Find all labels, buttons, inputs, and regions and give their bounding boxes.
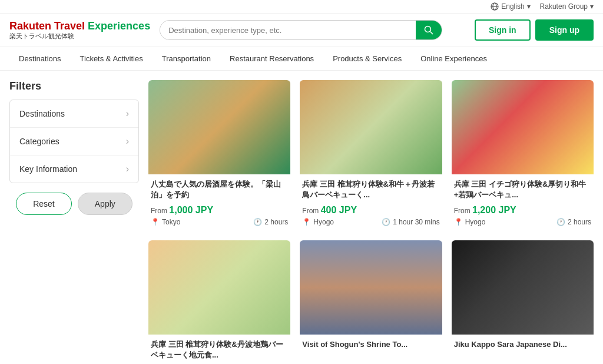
main-content: Filters Destinations › Categories › Key …: [0, 71, 603, 364]
auth-buttons: Sign in Sign up: [475, 19, 594, 41]
card-3-price-prefix: From: [454, 207, 471, 215]
filter-action-buttons: Reset Apply: [9, 193, 139, 215]
filter-panel: Destinations › Categories › Key Informat…: [9, 100, 139, 183]
filter-key-label: Key Information: [19, 164, 77, 174]
card-1-duration-text: 2 hours: [264, 218, 288, 226]
card-1-price-prefix: From: [151, 207, 167, 215]
header: Rakuten Travel Experiences 楽天トラベル観光体験 Si…: [0, 14, 603, 47]
card-3-body: 兵庫 三田 イチゴ狩り体験&厚切り和牛+若鶏バーベキュ... From 1,20…: [452, 174, 594, 231]
card-1-duration: 🕐 2 hours: [253, 218, 288, 226]
filter-destinations-label: Destinations: [19, 109, 65, 118]
language-selector[interactable]: English ▾: [491, 2, 530, 11]
card-1-price: From 1,000 JPY: [151, 205, 288, 216]
logo[interactable]: Rakuten Travel Experiences 楽天トラベル観光体験: [9, 21, 150, 39]
nav-item-online[interactable]: Online Experiences: [411, 47, 496, 70]
card-5[interactable]: Visit of Shogun's Shrine To... From 28,0…: [300, 240, 442, 364]
card-4-body: 兵庫 三田 椎茸狩り体験&丹波地鶏バーベキューく地元食... From 400 …: [148, 335, 290, 364]
nav-item-restaurant[interactable]: Restaurant Reservations: [220, 47, 323, 70]
group-chevron: ▾: [590, 2, 594, 11]
card-3-duration-text: 2 hours: [568, 218, 591, 226]
filter-destinations[interactable]: Destinations ›: [10, 100, 138, 128]
card-3-price-value: 1,200 JPY: [472, 205, 516, 215]
card-2-duration: 🕐 1 hour 30 mins: [382, 218, 439, 226]
svg-line-4: [430, 32, 433, 35]
nav-item-tickets[interactable]: Tickets & Activities: [71, 47, 153, 70]
card-2-price-prefix: From: [302, 207, 319, 215]
search-button[interactable]: [416, 21, 442, 39]
card-5-image: [300, 240, 442, 335]
card-4-image: [148, 240, 290, 335]
location-icon-3: 📍: [454, 218, 463, 226]
card-1-body: 八丈島で人気の居酒屋を体験。「梁山泊」を予約 From 1,000 JPY 📍 …: [148, 174, 290, 231]
card-2-title: 兵庫 三田 椎茸狩り体験&和牛＋丹波若鳥バーベキューく...: [302, 179, 439, 201]
signup-button[interactable]: Sign up: [535, 19, 594, 41]
filter-categories-label: Categories: [19, 137, 59, 146]
location-icon-2: 📍: [302, 218, 311, 226]
card-2-price: From 400 JPY: [302, 205, 439, 216]
card-1-image: [148, 80, 290, 174]
rakuten-group-selector[interactable]: Rakuten Group ▾: [540, 2, 594, 11]
destinations-chevron-icon: ›: [126, 108, 129, 119]
card-2-location: 📍 Hyogo: [302, 218, 334, 226]
card-6-image: [452, 240, 594, 335]
logo-experiences: Experiences: [88, 20, 150, 32]
card-3-location: 📍 Hyogo: [454, 218, 486, 226]
filter-key-information[interactable]: Key Information ›: [10, 155, 138, 183]
key-info-chevron-icon: ›: [126, 164, 129, 174]
nav-item-destinations[interactable]: Destinations: [9, 47, 71, 70]
card-2-image: [300, 80, 442, 174]
filters-title: Filters: [9, 80, 139, 92]
clock-icon-2: 🕐: [382, 218, 390, 226]
logo-brand: Rakuten Travel Experiences: [9, 21, 150, 32]
card-1[interactable]: 八丈島で人気の居酒屋を体験。「梁山泊」を予約 From 1,000 JPY 📍 …: [148, 80, 290, 231]
search-icon: [424, 25, 433, 35]
card-3-meta: 📍 Hyogo 🕐 2 hours: [454, 218, 591, 226]
card-3-duration: 🕐 2 hours: [556, 218, 591, 226]
card-2-duration-text: 1 hour 30 mins: [393, 218, 439, 226]
logo-rakuten: Rakuten Travel: [9, 20, 85, 32]
card-6-body: Jiku Kappo Sara Japanese Di... From 2,90…: [452, 335, 594, 364]
language-label: English: [501, 2, 524, 11]
categories-chevron-icon: ›: [126, 136, 129, 147]
nav-item-products[interactable]: Products & Services: [323, 47, 411, 70]
card-1-meta: 📍 Tokyo 🕐 2 hours: [151, 218, 288, 226]
search-input[interactable]: [160, 21, 416, 39]
card-2-meta: 📍 Hyogo 🕐 1 hour 30 mins: [302, 218, 439, 226]
apply-button[interactable]: Apply: [78, 193, 132, 215]
rakuten-group-label: Rakuten Group: [540, 2, 588, 11]
nav-item-transportation[interactable]: Transportation: [153, 47, 220, 70]
card-6-title: Jiku Kappo Sara Japanese Di...: [454, 339, 591, 362]
card-5-title: Visit of Shogun's Shrine To...: [302, 339, 439, 362]
card-1-location: 📍 Tokyo: [151, 218, 180, 226]
reset-button[interactable]: Reset: [16, 193, 72, 215]
card-3[interactable]: 兵庫 三田 イチゴ狩り体験&厚切り和牛+若鶏バーベキュ... From 1,20…: [452, 80, 594, 231]
filters-sidebar: Filters Destinations › Categories › Key …: [9, 80, 139, 364]
card-1-location-text: Tokyo: [162, 218, 180, 226]
card-3-title: 兵庫 三田 イチゴ狩り体験&厚切り和牛+若鶏バーベキュ...: [454, 179, 591, 201]
logo-subtitle: 楽天トラベル観光体験: [9, 32, 150, 39]
card-4[interactable]: 兵庫 三田 椎茸狩り体験&丹波地鶏バーベキューく地元食... From 400 …: [148, 240, 290, 364]
signin-button[interactable]: Sign in: [475, 19, 531, 41]
clock-icon: 🕐: [253, 218, 262, 226]
top-bar: English ▾ Rakuten Group ▾: [0, 0, 603, 14]
cards-grid: 八丈島で人気の居酒屋を体験。「梁山泊」を予約 From 1,000 JPY 📍 …: [148, 80, 594, 364]
card-6[interactable]: Jiku Kappo Sara Japanese Di... From 2,90…: [452, 240, 594, 364]
filter-categories[interactable]: Categories ›: [10, 128, 138, 155]
search-bar[interactable]: [160, 20, 442, 40]
card-2-body: 兵庫 三田 椎茸狩り体験&和牛＋丹波若鳥バーベキューく... From 400 …: [300, 174, 442, 231]
nav: Destinations Tickets & Activities Transp…: [0, 47, 603, 71]
card-5-body: Visit of Shogun's Shrine To... From 28,0…: [300, 335, 442, 364]
card-3-location-text: Hyogo: [465, 218, 486, 226]
card-1-title: 八丈島で人気の居酒屋を体験。「梁山泊」を予約: [151, 179, 288, 201]
clock-icon-3: 🕐: [556, 218, 565, 226]
location-icon: 📍: [151, 218, 160, 226]
card-2-location-text: Hyogo: [313, 218, 334, 226]
card-4-title: 兵庫 三田 椎茸狩り体験&丹波地鶏バーベキューく地元食...: [151, 339, 288, 362]
card-2[interactable]: 兵庫 三田 椎茸狩り体験&和牛＋丹波若鳥バーベキューく... From 400 …: [300, 80, 442, 231]
card-3-price: From 1,200 JPY: [454, 205, 591, 216]
card-2-price-value: 400 JPY: [321, 205, 357, 215]
card-3-image: [452, 80, 594, 174]
language-chevron: ▾: [527, 2, 531, 11]
globe-icon: [491, 2, 499, 11]
svg-point-3: [425, 27, 431, 32]
